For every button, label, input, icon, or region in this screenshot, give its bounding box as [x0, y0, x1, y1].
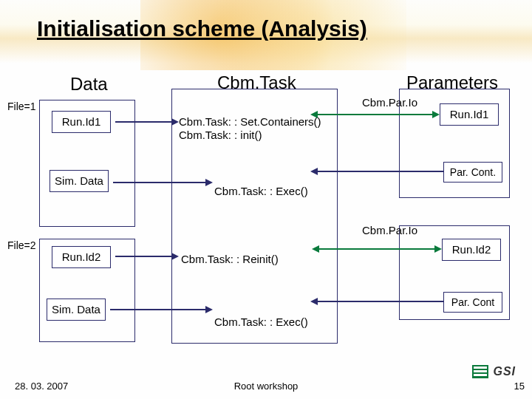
task-exec-2: Cbm.Task: : Exec() — [214, 316, 308, 328]
pario-1: Cbm.Par.Io — [362, 96, 417, 109]
parcont-2: Par. Cont — [443, 292, 502, 313]
simdata-1: Sim. Data — [50, 170, 109, 192]
runid1-left: Run.Id1 — [52, 111, 111, 133]
parcont-1: Par. Cont. — [443, 162, 502, 183]
logo-text: GSI — [493, 365, 516, 378]
page-title: Initialisation scheme (Analysis) — [37, 16, 367, 41]
col-data: Data — [70, 74, 108, 95]
file1-label: File=1 — [7, 100, 36, 112]
task-reinit: Cbm.Task: : Reinit() — [181, 253, 279, 265]
pario-2: Cbm.Par.Io — [362, 224, 417, 236]
slide: Initialisation scheme (Analysis) Data Cb… — [0, 0, 532, 399]
runid2-right: Run.Id2 — [442, 239, 501, 261]
gsi-logo: GSI — [472, 365, 516, 378]
logo-icon — [472, 365, 488, 378]
footer-center: Root workshop — [0, 381, 532, 392]
runid2-left: Run.Id2 — [52, 246, 111, 268]
simdata-2: Sim. Data — [47, 299, 106, 321]
task-exec-1: Cbm.Task: : Exec() — [214, 185, 308, 197]
footer-slide-number: 15 — [514, 381, 525, 392]
file2-label: File=2 — [7, 239, 36, 251]
runid1-right: Run.Id1 — [440, 103, 499, 126]
task-set-init: Cbm.Task: : Set.Containers() Cbm.Task: :… — [179, 115, 321, 142]
